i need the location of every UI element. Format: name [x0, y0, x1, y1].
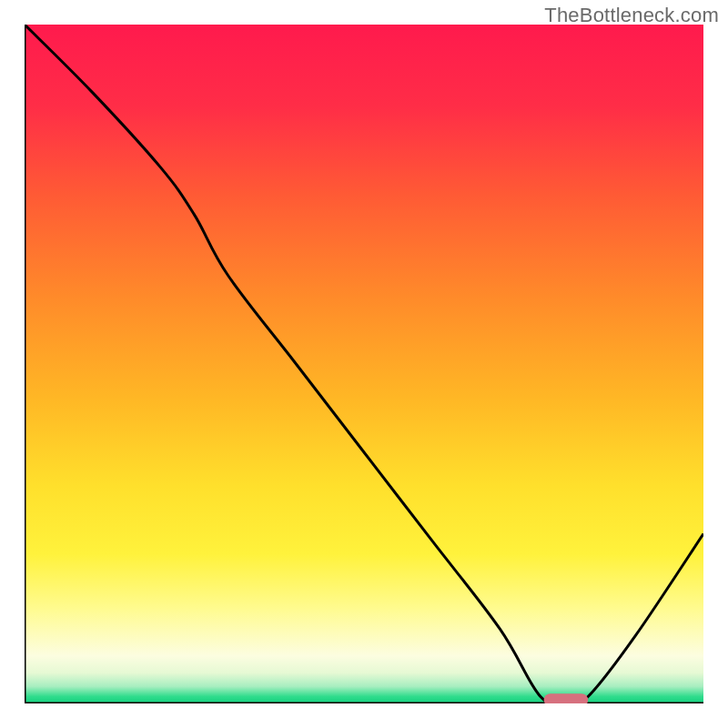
optimum-marker	[544, 693, 588, 703]
chart-svg	[25, 25, 703, 703]
gradient-background	[25, 25, 703, 703]
chart-stage: TheBottleneck.com	[0, 0, 728, 728]
plot-area	[25, 25, 703, 703]
